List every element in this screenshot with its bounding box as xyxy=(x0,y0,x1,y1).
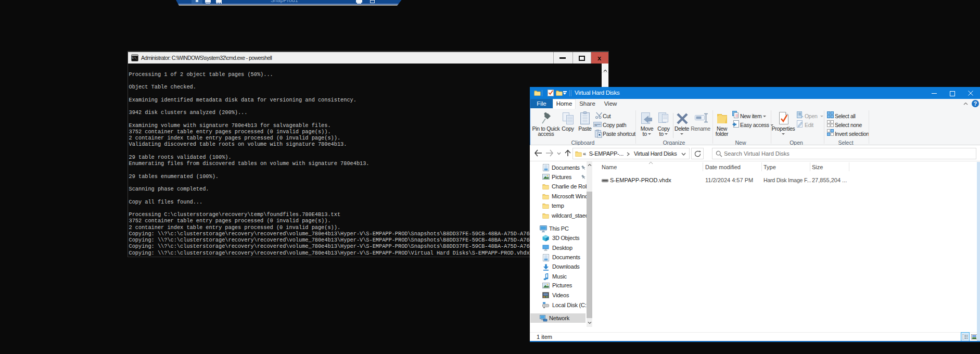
svg-text:C:\_: C:\_ xyxy=(132,57,138,60)
svg-text:W: W xyxy=(594,123,597,127)
